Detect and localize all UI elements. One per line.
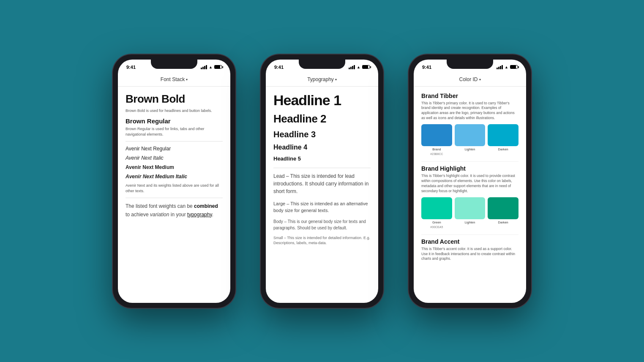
- typography-large: Large – This size is intended as an alte…: [273, 200, 371, 214]
- signal-bar: [352, 66, 353, 69]
- color-id-content: Brand Tibber This is Tibber's primary co…: [414, 87, 526, 303]
- nav-title-1: Font Stack ▾: [161, 76, 188, 82]
- typography-h2: Headline 2: [273, 112, 371, 125]
- divider-color-1: [421, 161, 518, 162]
- battery-fill-3: [510, 65, 516, 68]
- swatch-brand-label: Brand: [432, 147, 441, 151]
- typography-small: Small – This size is intended for detail…: [273, 235, 371, 246]
- swatch-green-hex: #00CEA5: [430, 226, 443, 229]
- signal-bar: [498, 67, 499, 69]
- typography-h1: Headline 1: [273, 93, 371, 108]
- variation-link[interactable]: typography: [187, 212, 212, 218]
- signal-bar: [204, 66, 205, 69]
- swatch-green: Green #00CEA5: [421, 197, 452, 229]
- status-icons-2: ▲: [349, 65, 370, 69]
- nav-title-text-2: Typography: [307, 76, 334, 82]
- swatch-hl-darken-label: Darken: [498, 220, 508, 224]
- battery-icon-2: [362, 65, 370, 69]
- signal-bars-2: [349, 65, 355, 69]
- font-medium-italic: Avenir Next Medium Italic: [126, 174, 223, 180]
- swatch-brand-hex: #23B8CC: [430, 152, 443, 155]
- variation-italic: variation: [150, 212, 169, 218]
- swatch-hl-darken-color: [488, 197, 518, 219]
- brand-accent-title: Brand Accent: [421, 238, 518, 245]
- brand-tibber-swatches: Brand #23B8CC Lighten Darken: [421, 124, 518, 155]
- signal-bar: [201, 68, 202, 69]
- typography-h3: Headline 3: [273, 130, 371, 139]
- signal-bar: [500, 66, 501, 69]
- phone-notch-3: [447, 60, 493, 69]
- battery-fill-2: [363, 65, 368, 68]
- phone-notch-2: [299, 60, 345, 69]
- divider-color-2: [421, 234, 518, 235]
- brand-tibber-section: Brand Tibber This is Tibber's primary co…: [421, 93, 518, 156]
- font-stack-headline: Brown Bold: [126, 93, 223, 106]
- wifi-icon-2: ▲: [357, 65, 360, 69]
- swatch-lighten: Lighten: [455, 124, 486, 155]
- wifi-icon-3: ▲: [505, 65, 508, 69]
- variation-text: The listed font weights can be combined …: [126, 202, 223, 218]
- phone-font-stack: 9:41 ▲ Font Stack ▾ Brown Bold: [113, 54, 235, 308]
- nav-title-2: Typography ▾: [307, 76, 337, 82]
- swatch-green-label: Green: [432, 220, 441, 224]
- font-regular: Avenir Next Regular: [126, 146, 223, 152]
- brand-highlight-title: Brand Highlight: [421, 165, 518, 172]
- signal-bar: [349, 68, 350, 69]
- signal-bar: [354, 65, 355, 69]
- font-stack-headline-desc: Brown Bold is used for headlines and but…: [126, 108, 223, 114]
- swatch-hl-darken: Darken: [488, 197, 518, 229]
- brand-highlight-desc: This is Tibber's highlight color. It is …: [421, 174, 518, 194]
- signal-bar: [206, 65, 207, 69]
- font-list: Avenir Next Regular Avenir Next Italic A…: [126, 146, 223, 180]
- signal-bar: [502, 65, 503, 69]
- status-time-3: 9:41: [422, 65, 431, 70]
- swatch-lighten-color: [455, 124, 486, 146]
- swatch-hl-lighten-label: Lighten: [465, 220, 475, 224]
- divider-1: [126, 141, 223, 142]
- signal-bars-3: [497, 65, 503, 69]
- nav-title-text-3: Color ID: [459, 76, 478, 82]
- brand-accent-desc: This is Tibber's accent color. It is use…: [421, 247, 518, 262]
- brand-tibber-title: Brand Tibber: [421, 93, 518, 99]
- divider-2: [126, 198, 223, 198]
- swatch-hl-lighten-color: [455, 197, 486, 219]
- signal-bars-1: [201, 65, 207, 69]
- phone-screen-1: 9:41 ▲ Font Stack ▾ Brown Bold: [118, 60, 230, 303]
- swatch-brand-color: [421, 124, 452, 146]
- nav-title-text-1: Font Stack: [161, 76, 185, 82]
- battery-icon-1: [214, 65, 222, 69]
- brand-accent-section: Brand Accent This is Tibber's accent col…: [421, 238, 518, 262]
- divider-typo: [273, 168, 371, 168]
- chevron-down-icon-2: ▾: [335, 78, 337, 82]
- typography-content: Headline 1 Headline 2 Headline 3 Headlin…: [266, 87, 378, 303]
- font-stack-content: Brown Bold Brown Bold is used for headli…: [118, 87, 230, 303]
- font-medium: Avenir Next Medium: [126, 164, 223, 170]
- signal-bar: [350, 67, 352, 69]
- chevron-down-icon-1: ▾: [186, 78, 188, 82]
- brand-highlight-swatches: Green #00CEA5 Lighten Darken: [421, 197, 518, 229]
- status-icons-3: ▲: [497, 65, 518, 69]
- battery-fill-1: [215, 65, 220, 68]
- swatch-darken-color: [488, 124, 518, 146]
- signal-bar: [202, 67, 204, 69]
- font-stack-subheadline-desc: Brown Regular is used for links, tabs an…: [126, 126, 223, 137]
- phone-screen-3: 9:41 ▲ Color ID ▾: [414, 60, 526, 303]
- nav-bar-1[interactable]: Font Stack ▾: [118, 73, 230, 87]
- nav-bar-2[interactable]: Typography ▾: [266, 73, 378, 87]
- swatch-darken-label: Darken: [498, 147, 508, 151]
- font-stack-subheadline: Brown Regular: [126, 117, 223, 125]
- typography-lead: Lead – This size is intended for lead in…: [273, 172, 371, 195]
- swatch-lighten-label: Lighten: [465, 147, 475, 151]
- swatch-darken: Darken: [488, 124, 518, 155]
- brand-tibber-desc: This is Tibber's primary color. It is us…: [421, 101, 518, 121]
- nav-title-3: Color ID ▾: [459, 76, 480, 82]
- wifi-icon-1: ▲: [209, 65, 213, 69]
- swatch-green-color: [421, 197, 452, 219]
- status-icons-1: ▲: [201, 65, 222, 69]
- font-italic: Avenir Next Italic: [126, 155, 223, 161]
- phone-typography: 9:41 ▲ Typography ▾ Headline 1: [261, 54, 383, 308]
- phone-color-id: 9:41 ▲ Color ID ▾: [409, 54, 531, 308]
- nav-bar-3[interactable]: Color ID ▾: [414, 73, 526, 87]
- status-time-1: 9:41: [126, 65, 136, 70]
- typography-body: Body – This is our general body size for…: [273, 218, 371, 231]
